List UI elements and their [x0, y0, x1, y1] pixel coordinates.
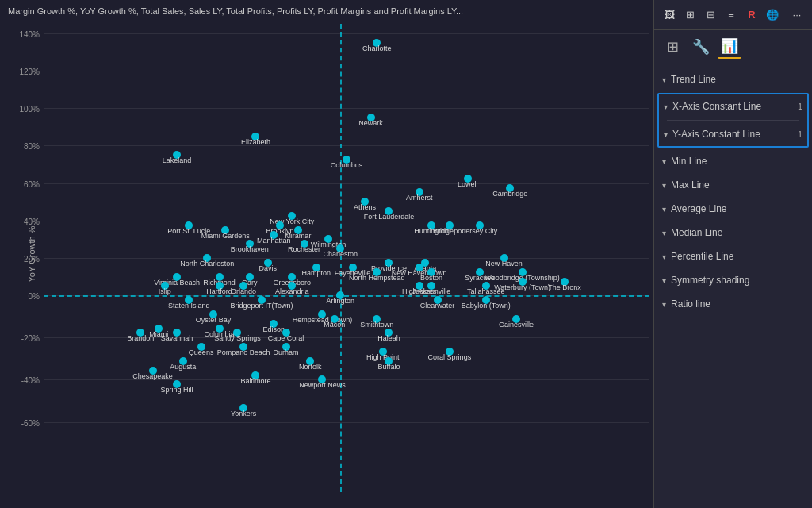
dot-wrapper[interactable]: Brookhaven	[246, 240, 254, 248]
panel-item-percentile-line[interactable]: ▾Percentile Line	[654, 244, 812, 268]
dot-wrapper[interactable]: Richmond	[216, 273, 224, 281]
dot-wrapper[interactable]: Norfolk	[306, 357, 314, 365]
dot-wrapper[interactable]: Davis	[264, 259, 272, 267]
globe-icon[interactable]: 🌐	[764, 6, 781, 24]
dot-wrapper[interactable]: Woodbridge (Township)	[519, 268, 527, 276]
dot-wrapper[interactable]: New Haven Town	[416, 264, 423, 271]
dot-wrapper[interactable]: Queens	[197, 343, 205, 351]
dot-wrapper[interactable]: Charleston	[336, 244, 344, 252]
tab-table[interactable]: ⊞	[661, 35, 684, 59]
dot-wrapper[interactable]: North Hempstead	[373, 268, 381, 276]
dot-wrapper[interactable]: The Bronx	[561, 278, 569, 286]
dot-wrapper[interactable]: Pompano Beach	[239, 343, 247, 351]
dot-wrapper[interactable]: Hampton	[312, 264, 320, 271]
dot-wrapper[interactable]: Bridgeport	[446, 221, 454, 229]
dot-wrapper[interactable]: Brooklyn	[276, 221, 284, 229]
dot-wrapper[interactable]: Orlando	[239, 282, 247, 290]
dot-wrapper[interactable]: Manhattan	[270, 231, 278, 239]
dot-wrapper[interactable]: Waterbury (Town)	[519, 278, 527, 286]
dot-wrapper[interactable]: Miramar	[294, 226, 302, 234]
dot-wrapper[interactable]: Sandy Springs	[233, 329, 241, 337]
panel-item-max-line[interactable]: ▾Max Line	[654, 173, 812, 197]
dot-wrapper[interactable]: North Charleston	[203, 254, 211, 262]
dot-wrapper[interactable]: Jersey City	[476, 221, 484, 229]
dot-wrapper[interactable]: Oyster Bay	[209, 310, 217, 318]
dot-wrapper[interactable]: Savannah	[173, 329, 181, 337]
dot-wrapper[interactable]: Cambridge	[506, 184, 514, 192]
dot-wrapper[interactable]: Providence	[385, 259, 393, 267]
panel-item-y-axis-constant-line[interactable]: ▾Y-Axis Constant Line1	[659, 122, 807, 146]
panel-item-label: Trend Line	[671, 74, 804, 85]
dot-wrapper[interactable]: Fayetteville	[349, 264, 357, 271]
dot-wrapper[interactable]: High Point	[379, 348, 387, 356]
dot-wrapper[interactable]: Gary	[246, 273, 254, 281]
dot-wrapper[interactable]: Clearwater	[434, 296, 442, 304]
dot-wrapper[interactable]: Edison	[270, 320, 278, 328]
panel-item-x-axis-constant-line[interactable]: ▾X-Axis Constant Line1	[659, 94, 807, 118]
dot-wrapper[interactable]: Bridgeport IT(Town)	[258, 296, 266, 304]
panel-item-min-line[interactable]: ▾Min Line	[654, 149, 812, 173]
dot-wrapper[interactable]: Rochester	[301, 240, 308, 248]
dot-wrapper[interactable]: Boston	[427, 268, 435, 276]
dot-label: Coral Springs	[428, 353, 472, 361]
dot-wrapper[interactable]: New York City	[288, 212, 296, 220]
dot-wrapper[interactable]: Augusta	[179, 357, 187, 365]
dot-wrapper[interactable]: Durham	[282, 343, 290, 351]
dot-wrapper[interactable]: Babylon (Town)	[482, 296, 490, 304]
panel-item-median-line[interactable]: ▾Median Line	[654, 221, 812, 244]
tab-format[interactable]: 🔧	[689, 35, 713, 59]
image-icon[interactable]: 🖼	[661, 6, 678, 24]
dot-wrapper[interactable]: Jacksonville	[427, 282, 435, 290]
dot-wrapper[interactable]: Chesapeake	[149, 367, 157, 375]
dot-wrapper[interactable]: Athens	[361, 198, 369, 206]
dot-wrapper[interactable]: Smithtown	[373, 315, 381, 323]
dot-wrapper[interactable]: Newark	[367, 114, 375, 121]
dot-wrapper[interactable]: Gainesville	[512, 315, 520, 323]
dot-wrapper[interactable]: Islip	[161, 282, 169, 290]
r-icon[interactable]: R	[743, 6, 760, 24]
dot-wrapper[interactable]: Tallahassee	[482, 282, 490, 290]
dot-wrapper[interactable]: Columbia	[216, 325, 224, 333]
dot-wrapper[interactable]: Staten Island	[185, 296, 193, 304]
dot-wrapper[interactable]: Buffalo	[385, 357, 393, 365]
dot-wrapper[interactable]: Alexandria	[288, 282, 296, 290]
more-icon[interactable]: ···	[788, 6, 806, 24]
dot-wrapper[interactable]: Baltimore	[251, 371, 259, 379]
dot-wrapper[interactable]: Macon	[331, 315, 339, 323]
dot-wrapper[interactable]: Virginia Beach	[173, 273, 181, 281]
dot-label: Norfolk	[299, 363, 322, 371]
dot-wrapper[interactable]: Elizabeth	[251, 133, 259, 140]
dot-wrapper[interactable]: Fort Lauderdale	[385, 207, 393, 215]
dot-wrapper[interactable]: Cape Coral	[282, 329, 290, 337]
dot-wrapper[interactable]: Amherst	[416, 188, 423, 196]
columns-icon[interactable]: ≡	[722, 6, 740, 24]
dot-wrapper[interactable]: Columbus	[343, 156, 350, 164]
dot-wrapper[interactable]: Syracuse	[476, 268, 484, 276]
dot-wrapper[interactable]: Spring Hill	[173, 380, 181, 388]
dot-wrapper[interactable]: Port St. Lucie	[185, 221, 193, 229]
dot-wrapper[interactable]: Coral Springs	[446, 348, 454, 356]
dot-wrapper[interactable]: Yonkers	[239, 404, 247, 412]
dot-wrapper[interactable]: Lowell	[464, 175, 472, 183]
dot-wrapper[interactable]: Greensboro	[288, 273, 296, 281]
grid-line: -60%	[44, 422, 649, 423]
dot-wrapper[interactable]: Hartford	[216, 282, 224, 290]
dot-wrapper[interactable]: Lakeland	[173, 151, 181, 159]
dot-wrapper[interactable]: Hempstead (Town)	[318, 310, 326, 318]
dot-wrapper[interactable]: Miami	[155, 325, 163, 333]
panel-item-average-line[interactable]: ▾Average Line	[654, 197, 812, 221]
dot-wrapper[interactable]: Arlington	[336, 291, 344, 299]
dot-wrapper[interactable]: Charlotte	[373, 39, 381, 47]
dot-wrapper[interactable]: Wilmington	[324, 235, 332, 243]
dot-wrapper[interactable]: Newport News	[318, 375, 326, 383]
dot-wrapper[interactable]: Miami Gardens	[221, 226, 229, 234]
dot-wrapper[interactable]: New Haven	[500, 254, 508, 262]
table-btn-icon[interactable]: ⊞	[681, 6, 699, 24]
panel-item-ratio-line[interactable]: ▾Ratio line	[654, 292, 812, 316]
panel-item-symmetry-shading[interactable]: ▾Symmetry shading	[654, 268, 812, 292]
dot-wrapper[interactable]: Brandon	[136, 329, 144, 337]
dot-wrapper[interactable]: Haleah	[385, 329, 393, 337]
tab-analytics[interactable]: 📊	[718, 35, 741, 59]
panel-item-trend-line[interactable]: ▾Trend Line	[654, 67, 812, 91]
grid-icon[interactable]: ⊟	[702, 6, 719, 24]
